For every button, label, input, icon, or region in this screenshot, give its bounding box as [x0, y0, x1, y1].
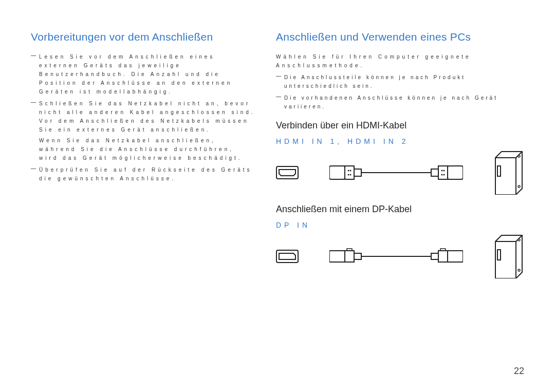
svg-point-11	[441, 170, 442, 172]
dp-port-label: DP IN	[276, 221, 524, 229]
svg-point-6	[349, 174, 351, 176]
svg-rect-29	[440, 249, 446, 251]
right-heading: Anschließen und Verwenden eines PCs	[276, 31, 524, 43]
right-notes-list: Die Anschlussteile können je nach Produk…	[276, 73, 524, 111]
pc-tower-icon	[493, 234, 524, 278]
manual-page: Vorbereitungen vor dem Anschließen Lesen…	[31, 31, 524, 288]
right-column: Anschließen und Verwenden eines PCs Wähl…	[276, 31, 524, 288]
list-item-text: Die vorhandenen Anschlüsse können je nac…	[284, 94, 524, 111]
svg-point-20	[518, 155, 520, 157]
list-item-text: Die Anschlussteile können je nach Produk…	[284, 73, 524, 90]
list-item-text: Überprüfen Sie auf der Rückseite des Ger…	[39, 165, 255, 183]
left-column: Vorbereitungen vor dem Anschließen Lesen…	[31, 31, 255, 288]
left-bullet-list: Lesen Sie vor dem Anschließen eines exte…	[31, 52, 255, 183]
hdmi-connection-diagram	[276, 151, 524, 195]
hdmi-cable-icon	[329, 161, 463, 184]
dp-section-title: Anschließen mit einem DP-Kabel	[276, 204, 524, 215]
page-number: 22	[514, 366, 524, 377]
left-heading: Vorbereitungen vor dem Anschließen	[31, 31, 255, 43]
svg-rect-10	[438, 166, 448, 179]
svg-rect-2	[345, 166, 354, 179]
svg-point-35	[518, 269, 520, 271]
svg-point-13	[441, 174, 442, 176]
svg-rect-27	[431, 253, 438, 259]
svg-point-14	[443, 174, 445, 176]
hdmi-port-icon	[276, 166, 299, 179]
dp-port-icon	[276, 250, 299, 263]
list-item: Lesen Sie vor dem Anschließen eines exte…	[31, 52, 255, 96]
intro-text: Wählen Sie für Ihren Computer geeignete …	[276, 52, 524, 70]
list-item-text: Lesen Sie vor dem Anschließen eines exte…	[39, 52, 255, 96]
pc-tower-icon	[493, 151, 524, 195]
svg-rect-9	[431, 169, 438, 176]
svg-rect-19	[497, 166, 501, 176]
svg-point-12	[443, 170, 445, 172]
svg-point-21	[518, 185, 520, 188]
svg-rect-23	[345, 251, 354, 262]
list-item-subtext: Wenn Sie das Netzkabel anschließen, währ…	[39, 136, 255, 162]
list-item-text: Schließen Sie das Netzkabel nicht an, be…	[39, 99, 255, 134]
svg-rect-28	[438, 251, 448, 262]
hdmi-port-label: HDMI IN 1, HDMI IN 2	[276, 137, 524, 145]
svg-rect-15	[448, 166, 463, 179]
svg-line-17	[516, 152, 522, 158]
svg-rect-33	[497, 250, 501, 260]
svg-point-5	[347, 174, 349, 176]
svg-rect-1	[329, 166, 345, 179]
list-item: Überprüfen Sie auf der Rückseite des Ger…	[31, 165, 255, 183]
svg-point-3	[347, 170, 349, 172]
svg-point-4	[349, 170, 351, 172]
svg-rect-24	[354, 253, 361, 259]
svg-point-34	[518, 239, 520, 241]
dp-cable-icon	[329, 245, 463, 268]
svg-rect-25	[347, 249, 352, 251]
svg-rect-7	[354, 169, 361, 176]
list-item: Schließen Sie das Netzkabel nicht an, be…	[31, 99, 255, 162]
hdmi-section-title: Verbinden über ein HDMI-Kabel	[276, 120, 524, 131]
list-item: Die vorhandenen Anschlüsse können je nac…	[276, 94, 524, 111]
list-item: Die Anschlussteile können je nach Produk…	[276, 73, 524, 90]
svg-line-31	[516, 235, 522, 241]
svg-rect-22	[276, 250, 298, 263]
svg-rect-0	[276, 166, 298, 179]
dp-connection-diagram	[276, 234, 524, 278]
